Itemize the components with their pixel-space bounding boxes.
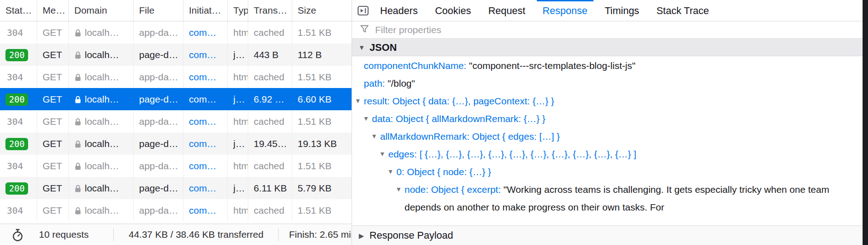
cell-method: GET bbox=[37, 21, 69, 44]
devtools-network-panel: Stat…Me…DomainFileInitiat…TypTrans…Size … bbox=[0, 0, 868, 245]
tab-timings[interactable]: Timings bbox=[599, 0, 645, 21]
tab-cookies[interactable]: Cookies bbox=[429, 0, 477, 21]
transferred-summary: 44.37 KB / 38.46 KB transferred bbox=[129, 224, 264, 245]
chevron-down-icon[interactable]: ▼ bbox=[371, 127, 377, 145]
chevron-down-icon[interactable]: ▼ bbox=[379, 145, 386, 163]
chevron-down-icon[interactable]: ▼ bbox=[387, 163, 394, 181]
cell-transferred: cached bbox=[248, 110, 292, 132]
tab-headers[interactable]: Headers bbox=[374, 0, 424, 21]
cell-type: j… bbox=[228, 177, 248, 199]
cell-status: 304 bbox=[0, 155, 37, 177]
tab-response[interactable]: Response bbox=[537, 0, 593, 21]
json-object-preview: Object { edges: […] } bbox=[472, 131, 560, 142]
cell-status: 304 bbox=[0, 66, 37, 88]
cell-method: GET bbox=[37, 177, 69, 199]
cell-type: j… bbox=[228, 132, 248, 155]
json-section-header[interactable]: ▼JSON bbox=[352, 39, 863, 56]
cell-status: 304 bbox=[0, 21, 37, 44]
cell-size: 1.51 KB bbox=[292, 21, 352, 44]
cell-domain: localh… bbox=[69, 88, 134, 110]
lock-icon bbox=[74, 134, 82, 155]
json-key: excerpt: bbox=[467, 184, 504, 195]
stopwatch-icon[interactable] bbox=[11, 228, 24, 244]
cell-type: htm bbox=[228, 199, 248, 221]
cell-type: htm bbox=[228, 155, 248, 177]
status-badge: 200 bbox=[5, 93, 28, 106]
cell-method: GET bbox=[37, 66, 69, 88]
table-row[interactable]: 304 GET localh… app-da… com… htm cached … bbox=[0, 110, 352, 132]
chevron-down-icon[interactable]: ▼ bbox=[355, 92, 361, 110]
cell-initiator: com… bbox=[183, 199, 228, 221]
cell-transferred: cached bbox=[248, 66, 292, 88]
column-header-method[interactable]: Me… bbox=[37, 0, 69, 21]
request-rows: 304 GET localh… app-da… com… htm cached … bbox=[0, 21, 352, 221]
statusbar-divider bbox=[113, 228, 114, 241]
table-row[interactable]: 200 GET localh… page-d… com… j… 19.45… 1… bbox=[0, 132, 352, 155]
lock-icon bbox=[74, 178, 82, 199]
json-tree-line[interactable]: ▼allMarkdownRemark: Object { edges: […] … bbox=[352, 127, 863, 145]
chevron-down-icon: ▼ bbox=[358, 39, 365, 56]
json-object-preview: Object { allMarkdownRemark: {…} } bbox=[396, 113, 545, 124]
filter-properties-input[interactable] bbox=[374, 24, 782, 36]
table-row[interactable]: 304 GET localh… app-da… com… htm cached … bbox=[0, 66, 352, 88]
table-row[interactable]: 200 GET localh… page-d… com… j… 6.11 KB … bbox=[0, 177, 352, 199]
column-header-domain[interactable]: Domain bbox=[69, 0, 134, 21]
json-key: edges: bbox=[388, 149, 420, 159]
tab-request[interactable]: Request bbox=[482, 0, 531, 21]
json-tree-line[interactable]: ▼result: Object { data: {…}, pageContext… bbox=[352, 92, 863, 110]
chevron-down-icon[interactable]: ▼ bbox=[395, 181, 402, 198]
response-payload-section[interactable]: ▶Response Payload bbox=[352, 225, 863, 245]
cell-initiator: com… bbox=[183, 110, 228, 132]
json-key: data: bbox=[372, 113, 396, 124]
table-row[interactable]: 200 GET localh… page-d… com… j… 443 B 11… bbox=[0, 44, 352, 66]
cell-domain: localh… bbox=[69, 199, 134, 221]
cell-size: 112 B bbox=[292, 44, 352, 66]
cell-domain: localh… bbox=[69, 110, 134, 132]
cell-type: j… bbox=[228, 88, 248, 110]
json-key: node: bbox=[405, 184, 431, 195]
cell-size: 1.51 KB bbox=[292, 66, 352, 88]
sidebar-toggle-icon[interactable] bbox=[356, 4, 370, 17]
json-value: "component---src-templates-blog-list-js" bbox=[469, 60, 635, 71]
cell-domain: localh… bbox=[69, 66, 134, 88]
tab-stack-trace[interactable]: Stack Trace bbox=[651, 0, 715, 21]
status-badge: 200 bbox=[5, 182, 28, 195]
lock-icon bbox=[74, 23, 82, 44]
cell-status: 304 bbox=[0, 110, 37, 132]
cell-status: 200 bbox=[0, 44, 37, 66]
json-object-preview: Object { node: {…} } bbox=[407, 167, 491, 177]
json-tree-line[interactable]: ▼node: Object { excerpt: "Working across… bbox=[352, 181, 863, 216]
lock-icon bbox=[74, 156, 82, 177]
lock-icon bbox=[74, 201, 82, 221]
json-tree-line[interactable]: path: "/blog" bbox=[352, 74, 863, 92]
table-row[interactable]: 304 GET localh… app-da… com… htm cached … bbox=[0, 155, 352, 177]
chevron-down-icon[interactable]: ▼ bbox=[363, 110, 369, 127]
column-header-size[interactable]: Size bbox=[292, 0, 352, 21]
cell-method: GET bbox=[37, 88, 69, 110]
json-tree-line[interactable]: ▼data: Object { allMarkdownRemark: {…} } bbox=[352, 110, 863, 127]
json-section-label: JSON bbox=[370, 42, 397, 53]
cell-file: page-d… bbox=[134, 132, 183, 155]
table-row[interactable]: 200 GET localh… page-d… com… j… 6.92 … 6… bbox=[0, 88, 352, 110]
lock-icon bbox=[74, 67, 82, 88]
cell-initiator: com… bbox=[183, 21, 228, 44]
json-key: result: bbox=[364, 96, 392, 106]
json-key: allMarkdownRemark: bbox=[380, 131, 472, 142]
json-tree: componentChunkName: "component---src-tem… bbox=[352, 57, 863, 225]
json-tree-line[interactable]: ▼edges: [ {…}, {…}, {…}, {…}, {…}, {…}, … bbox=[352, 145, 863, 163]
json-tree-line[interactable]: componentChunkName: "component---src-tem… bbox=[352, 57, 863, 74]
cell-initiator: com… bbox=[183, 177, 228, 199]
lock-icon bbox=[74, 89, 82, 110]
cell-domain: localh… bbox=[69, 132, 134, 155]
column-header-status[interactable]: Stat… bbox=[0, 0, 37, 21]
cell-transferred: cached bbox=[248, 155, 292, 177]
table-row[interactable]: 304 GET localh… app-da… com… htm cached … bbox=[0, 21, 352, 44]
request-table-header: Stat…Me…DomainFileInitiat…TypTrans…Size bbox=[0, 0, 352, 21]
json-tree-line[interactable]: ▼0: Object { node: {…} } bbox=[352, 163, 863, 181]
column-header-transferred[interactable]: Trans… bbox=[248, 0, 292, 21]
table-row[interactable]: 304 GET localh… app-da… com… htm cached … bbox=[0, 199, 352, 221]
column-header-type[interactable]: Typ bbox=[228, 0, 248, 21]
column-header-file[interactable]: File bbox=[134, 0, 183, 21]
window-edge bbox=[863, 0, 868, 245]
column-header-initiator[interactable]: Initiat… bbox=[183, 0, 228, 21]
